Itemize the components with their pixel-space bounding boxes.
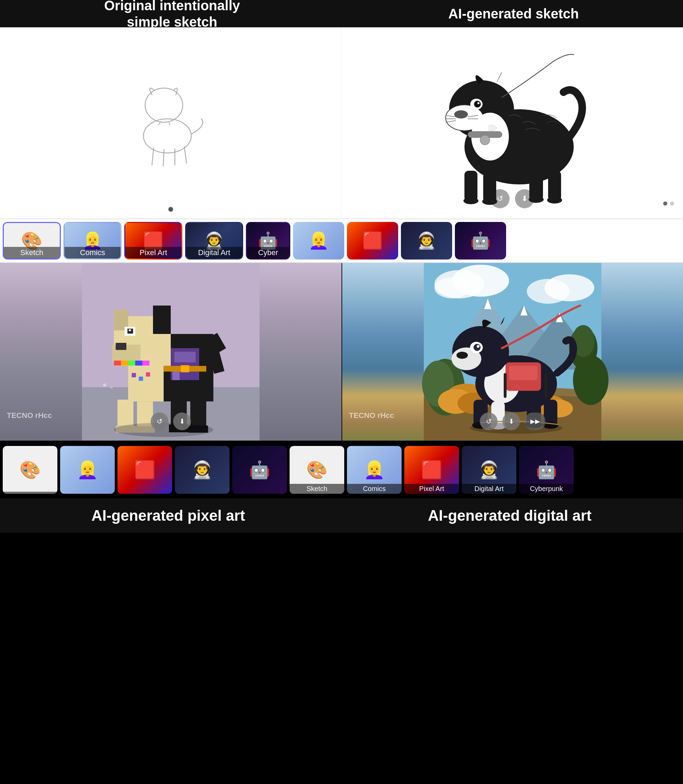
bottom-tab-pixel-right[interactable]: 🟥 Pixel Art — [404, 446, 459, 494]
digital-tab-label: Digital Art — [186, 247, 242, 258]
svg-rect-45 — [128, 361, 135, 366]
svg-rect-44 — [121, 361, 128, 366]
bottom-tab-cyber-left[interactable]: 🤖 — [232, 446, 287, 494]
digital-watermark: TECNO rHcc — [349, 411, 394, 420]
bottom-style-strip: 🎨 👱‍♀️ 🟥 👨‍🚀 🤖 🎨 Sketch 👱‍♀️ Comics 🟥 Pi… — [0, 441, 683, 499]
svg-point-14 — [478, 102, 479, 104]
pixel-tab-label: Pixel Art — [125, 247, 181, 258]
svg-rect-43 — [114, 361, 121, 366]
style-tab-comics[interactable]: 👱‍♀️ Comics — [64, 222, 122, 260]
top-comparison-area: ↺ ⬇ — [0, 27, 683, 218]
digital-refresh-btn[interactable]: ↺ — [480, 412, 497, 430]
svg-rect-103 — [545, 373, 547, 398]
pixel-watermark: TECNO rHcc — [7, 411, 52, 420]
dot-1 — [663, 202, 667, 205]
svg-line-7 — [169, 122, 170, 125]
pixel-panel-buttons: ↺ ⬇ — [151, 412, 191, 430]
bottom-tab-sketch-right[interactable]: 🎨 Sketch — [290, 446, 344, 494]
top-banner: Original intentionally simple sketch AI-… — [0, 0, 683, 27]
svg-rect-66 — [103, 384, 106, 386]
bottom-banner: AI-generated pixel art AI-generated digi… — [0, 499, 683, 533]
comics-tab-label: Comics — [64, 247, 120, 258]
digital-download-btn[interactable]: ⬇ — [502, 412, 520, 430]
svg-rect-42 — [116, 343, 127, 350]
original-sketch-label: Original intentionally simple sketch — [104, 0, 240, 30]
svg-point-96 — [457, 352, 468, 359]
ai-sketch-panel: ↺ ⬇ — [342, 27, 683, 218]
pixel-download-btn[interactable]: ⬇ — [173, 412, 191, 430]
svg-rect-40 — [129, 329, 131, 331]
bottom-tab-digital-right[interactable]: 👨‍🚀 Digital Art — [462, 446, 516, 494]
bottom-tab-digital-left[interactable]: 👨‍🚀 — [175, 446, 229, 494]
style-tab-digital[interactable]: 👨‍🚀 Digital Art — [185, 222, 243, 260]
svg-point-86 — [573, 355, 609, 405]
svg-point-98 — [474, 344, 481, 351]
svg-point-72 — [434, 277, 470, 298]
style-tabs-row: 🎨 Sketch ☆ 👱‍♀️ Comics 🟥 Pixel Art 👨‍🚀 D… — [0, 218, 683, 263]
pixel-art-background: TECNO rHcc ↺ ⬇ — [0, 263, 342, 441]
bottom-pixel-right-label: Pixel Art — [404, 484, 459, 494]
svg-rect-101 — [509, 366, 537, 380]
style-tab-sketch[interactable]: 🎨 Sketch ☆ — [3, 222, 61, 260]
svg-rect-19 — [548, 171, 561, 201]
bottom-sketch-label — [3, 492, 58, 494]
svg-rect-49 — [174, 352, 196, 362]
svg-rect-63 — [132, 373, 136, 377]
svg-rect-16 — [465, 171, 478, 202]
right-tab-2[interactable]: 🟥 — [347, 222, 398, 260]
digital-art-background: TECNO rHcc ↺ ⬇ ▶▶ — [342, 263, 683, 441]
digital-panel-buttons: ↺ ⬇ ▶▶ — [480, 412, 545, 430]
svg-rect-47 — [143, 361, 149, 366]
svg-line-5 — [184, 147, 186, 163]
pixel-art-banner-label: AI-generated pixel art — [91, 507, 245, 524]
svg-rect-53 — [117, 399, 133, 428]
ai-dog-sketch-container — [342, 27, 683, 218]
style-tab-cyber[interactable]: 🤖 Cyber — [246, 222, 290, 260]
svg-rect-102 — [504, 373, 507, 398]
pixel-refresh-btn[interactable]: ↺ — [151, 412, 168, 430]
svg-point-20 — [463, 197, 478, 204]
svg-point-23 — [547, 197, 562, 204]
bottom-comics-right-label: Comics — [347, 484, 402, 494]
svg-line-2 — [152, 148, 154, 165]
bottom-tab-cyber-right[interactable]: 🤖 Cyberpunk — [519, 446, 574, 494]
svg-rect-18 — [529, 169, 543, 200]
right-tab-3[interactable]: 👨‍🚀 — [401, 222, 452, 260]
svg-point-1 — [143, 119, 191, 153]
right-tab-1[interactable]: 👱‍♀️ — [293, 222, 344, 260]
svg-point-11 — [454, 110, 468, 119]
sketch-tab-label: Sketch — [4, 247, 60, 258]
svg-rect-64 — [139, 377, 143, 381]
svg-point-74 — [545, 274, 595, 301]
svg-point-22 — [529, 196, 544, 203]
svg-rect-46 — [135, 361, 143, 366]
bottom-tab-comics-left[interactable]: 👱‍♀️ — [60, 446, 115, 494]
slide-dots-right — [658, 199, 680, 208]
bottom-cyber-right-label: Cyberpunk — [519, 484, 574, 494]
svg-rect-65 — [146, 372, 150, 376]
bottom-tab-comics-right[interactable]: 👱‍♀️ Comics — [347, 446, 402, 494]
sketch-dot-active — [168, 207, 173, 212]
sketch-tab-fav-icon: ☆ — [52, 225, 58, 232]
dot-2 — [670, 202, 674, 205]
svg-point-25 — [480, 135, 490, 145]
bottom-tab-sketch-left[interactable]: 🎨 — [3, 446, 58, 494]
bottom-comparison-area: TECNO rHcc ↺ ⬇ — [0, 263, 683, 441]
digital-art-panel: TECNO rHcc ↺ ⬇ ▶▶ — [342, 263, 683, 441]
svg-line-3 — [163, 149, 164, 166]
digital-art-banner-label: AI-generated digital art — [428, 507, 592, 524]
svg-rect-52 — [181, 366, 189, 372]
ai-sketch-label: AI-generated sketch — [448, 5, 579, 22]
pixel-art-panel: TECNO rHcc ↺ ⬇ — [0, 263, 342, 441]
bottom-tab-pixel-left[interactable]: 🟥 — [117, 446, 172, 494]
style-tab-pixel[interactable]: 🟥 Pixel Art — [124, 222, 182, 260]
right-tab-4[interactable]: 🤖 — [455, 222, 506, 260]
digital-share-btn[interactable]: ▶▶ — [525, 412, 545, 430]
svg-rect-36 — [153, 306, 171, 334]
svg-point-13 — [474, 101, 481, 107]
cyber-tab-label: Cyber — [247, 247, 289, 258]
svg-rect-67 — [110, 386, 112, 389]
bottom-sketch-right-label: Sketch — [290, 484, 344, 494]
bottom-digital-right-label: Digital Art — [462, 484, 516, 494]
svg-rect-56 — [190, 399, 206, 427]
